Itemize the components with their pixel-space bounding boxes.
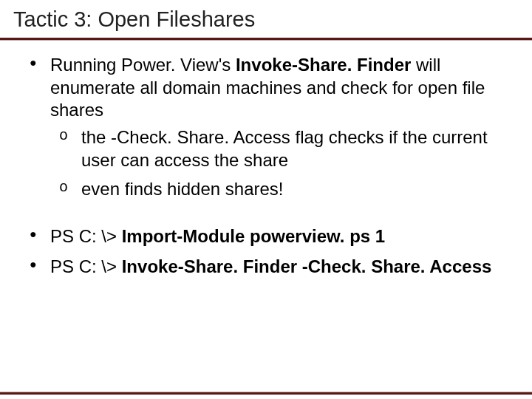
sub-1: the -Check. Share. Access flag checks if… [50,126,502,171]
text: PS C: \> [50,226,122,246]
sub-2: even finds hidden shares! [50,178,502,201]
bold: Invoke-Share. Finder -Check. Share. Acce… [122,256,492,276]
bold: Import-Module powerview. ps 1 [122,226,385,246]
bullet-2: PS C: \> Import-Module powerview. ps 1 [30,225,502,248]
slide-content: Running Power. View's Invoke-Share. Find… [0,42,532,279]
sub-list: the -Check. Share. Access flag checks if… [50,126,502,200]
title-divider [0,38,532,41]
bullet-list: Running Power. View's Invoke-Share. Find… [30,54,502,200]
bold: Invoke-Share. Finder [236,55,411,75]
footer-divider [0,392,532,395]
bullet-1: Running Power. View's Invoke-Share. Find… [30,54,502,200]
bullet-list-2: PS C: \> Import-Module powerview. ps 1 P… [30,225,502,278]
slide-title: Tactic 3: Open Fileshares [0,0,532,38]
text: PS C: \> [50,256,122,276]
text: Running Power. View's [50,55,236,75]
bullet-3: PS C: \> Invoke-Share. Finder -Check. Sh… [30,256,502,279]
